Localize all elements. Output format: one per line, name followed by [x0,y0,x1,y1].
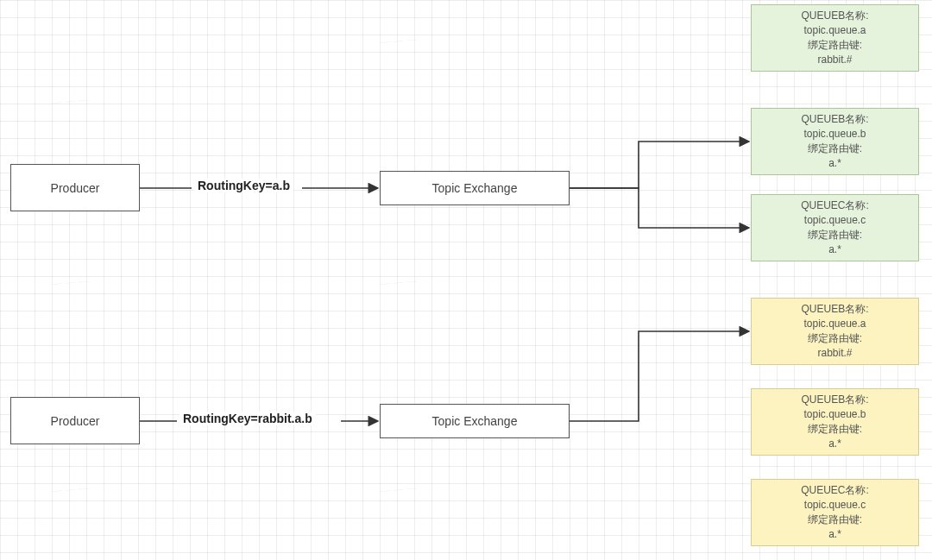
queue-line: QUEUEB名称: [801,393,868,407]
queue-line: topic.queue.b [803,127,866,142]
queue-line: QUEUEB名称: [801,302,868,317]
queue-line: topic.queue.a [803,23,866,38]
queue-box: QUEUEB名称: topic.queue.b 绑定路由键: a.* [751,388,919,456]
routing-key-label: RoutingKey=rabbit.a.b [179,412,316,425]
exchange-box: Topic Exchange [380,404,570,438]
queue-line: rabbit.# [817,346,852,361]
queue-line: a.* [828,242,841,257]
queue-line: QUEUEB名称: [801,9,868,23]
queue-line: a.* [828,437,841,451]
diagram-canvas: — — — — — — — — — — — — — — — — — — Prod… [0,0,932,560]
queue-line: 绑定路由键: [808,513,862,527]
queue-line: QUEUEC名称: [801,483,869,498]
queue-line: 绑定路由键: [808,228,862,242]
queue-line: rabbit.# [817,53,852,67]
producer-box: Producer [10,397,140,444]
queue-line: a.* [828,156,841,171]
connector-layer [0,0,932,560]
routing-key-label: RoutingKey=a.b [194,179,293,192]
queue-box: QUEUEC名称: topic.queue.c 绑定路由键: a.* [751,479,919,546]
queue-box: QUEUEB名称: topic.queue.a 绑定路由键: rabbit.# [751,4,919,72]
producer-box: Producer [10,164,140,211]
queue-line: topic.queue.b [803,407,866,422]
queue-line: 绑定路由键: [808,331,862,346]
queue-box: QUEUEC名称: topic.queue.c 绑定路由键: a.* [751,194,919,261]
queue-line: 绑定路由键: [808,142,862,156]
queue-line: QUEUEC名称: [801,198,869,213]
queue-line: topic.queue.a [803,317,866,331]
queue-line: topic.queue.c [804,213,866,228]
queue-line: a.* [828,527,841,542]
queue-box: QUEUEB名称: topic.queue.b 绑定路由键: a.* [751,108,919,175]
exchange-label: Topic Exchange [432,414,518,428]
queue-line: 绑定路由键: [808,422,862,437]
connector [570,331,749,421]
queue-line: topic.queue.c [804,498,866,513]
queue-line: QUEUEB名称: [801,112,868,127]
connector [570,142,749,188]
queue-line: 绑定路由键: [808,38,862,53]
queue-box: QUEUEB名称: topic.queue.a 绑定路由键: rabbit.# [751,298,919,365]
producer-label: Producer [51,414,100,428]
exchange-label: Topic Exchange [432,181,518,195]
connector [570,188,749,228]
exchange-box: Topic Exchange [380,171,570,205]
producer-label: Producer [51,181,100,195]
